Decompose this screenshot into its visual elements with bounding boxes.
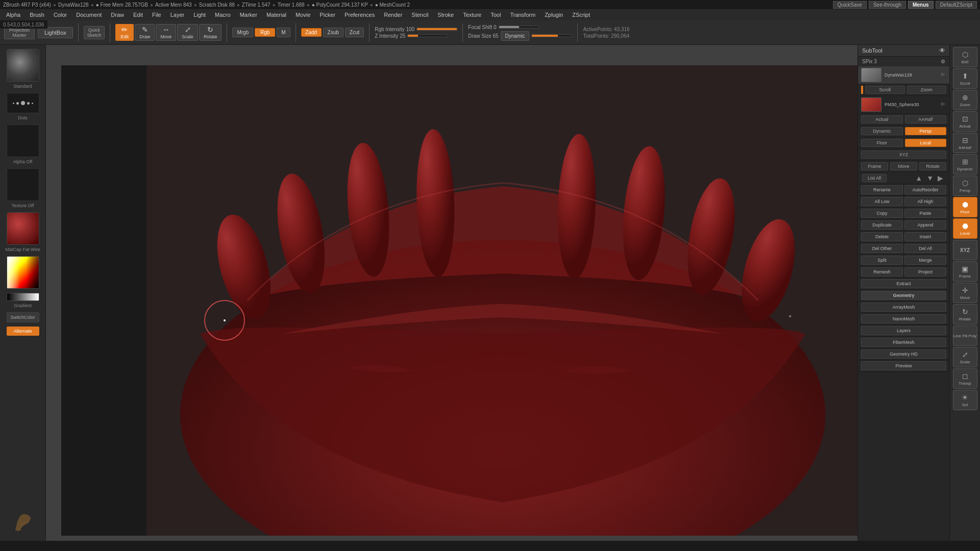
material-preview[interactable] bbox=[7, 212, 39, 245]
zoom-ctrl[interactable]: Zoom bbox=[907, 86, 947, 94]
subtool-eye-icon[interactable]: 👁 bbox=[939, 47, 945, 54]
rotate-view-btn[interactable]: ↻ Rotate bbox=[953, 304, 977, 324]
layers-btn[interactable]: Layers bbox=[861, 326, 946, 335]
scale-btn[interactable]: ⤢ Scale bbox=[177, 24, 198, 41]
alternate-btn[interactable]: Alternate bbox=[7, 327, 39, 336]
insert-btn[interactable]: Insert bbox=[904, 232, 946, 241]
menu-zplugin[interactable]: Zplugin bbox=[541, 11, 567, 19]
see-through[interactable]: See-through bbox=[869, 1, 906, 9]
all-high-btn[interactable]: All High bbox=[904, 197, 946, 206]
project-btn[interactable]: Project bbox=[904, 267, 946, 277]
menu-brush[interactable]: Brush bbox=[26, 11, 48, 19]
del-all-btn[interactable]: Del All bbox=[904, 244, 946, 253]
floor-btn[interactable]: ⬢ Floor bbox=[953, 197, 977, 217]
menu-macro[interactable]: Macro bbox=[211, 11, 235, 19]
quick-save[interactable]: QuickSave bbox=[833, 1, 867, 9]
floor-ctrl[interactable]: Floor bbox=[861, 139, 903, 147]
persp-ctrl[interactable]: Persp bbox=[905, 127, 947, 135]
menu-stencil[interactable]: Stencil bbox=[407, 11, 432, 19]
menu-picker[interactable]: Picker bbox=[315, 11, 339, 19]
menu-zscript[interactable]: ZScript bbox=[568, 11, 594, 19]
merge-btn[interactable]: Merge bbox=[904, 256, 946, 265]
edit-btn[interactable]: ✏ Edit bbox=[115, 24, 134, 41]
auto-reorder-btn[interactable]: AutoReorder bbox=[904, 185, 946, 194]
menu-render[interactable]: Render bbox=[380, 11, 406, 19]
menu-document[interactable]: Document bbox=[72, 11, 106, 19]
menu-file[interactable]: File bbox=[148, 11, 165, 19]
zcut-btn[interactable]: Zcut bbox=[345, 28, 364, 37]
scale-view-btn[interactable]: ⤢ Scale bbox=[953, 347, 977, 367]
rename-btn[interactable]: Rename bbox=[861, 185, 903, 194]
move-btn[interactable]: ↔ Move bbox=[156, 24, 176, 41]
menu-alpha[interactable]: Alpha bbox=[2, 11, 24, 19]
spix-controls[interactable]: ⚙ bbox=[941, 59, 945, 64]
frame-btn[interactable]: ▣ Frame bbox=[953, 261, 977, 282]
mrgb-btn[interactable]: Mrgb bbox=[232, 28, 253, 37]
persp-btn[interactable]: ⬡ Persp bbox=[953, 176, 977, 196]
pm30-eye[interactable]: 👁 bbox=[940, 102, 946, 108]
z-intensity-slider[interactable] bbox=[407, 34, 448, 37]
actual-btn[interactable]: ⊡ Actual bbox=[953, 111, 977, 132]
alpha-preview[interactable] bbox=[7, 124, 39, 157]
local-ctrl[interactable]: Local bbox=[905, 139, 947, 147]
rgb-intensity-slider[interactable] bbox=[416, 28, 457, 31]
texture-preview[interactable] bbox=[7, 168, 39, 201]
canvas-area[interactable] bbox=[46, 45, 949, 541]
geometry-btn[interactable]: Geometry bbox=[861, 291, 946, 300]
menu-marker[interactable]: Marker bbox=[236, 11, 261, 19]
xyz-btn[interactable]: XYZ bbox=[953, 240, 977, 260]
menu-texture[interactable]: Texture bbox=[459, 11, 485, 19]
rgb-value[interactable]: Rgb bbox=[255, 28, 275, 37]
gradient-bar[interactable] bbox=[7, 293, 39, 301]
copy-btn[interactable]: Copy bbox=[861, 209, 903, 218]
linefill-btn[interactable]: Line Fill Poly bbox=[953, 325, 977, 346]
xyz-ctrl[interactable]: XYZ bbox=[861, 151, 946, 159]
paste-btn[interactable]: Paste bbox=[904, 209, 946, 218]
right-arrow-btn[interactable]: ▶ bbox=[936, 174, 945, 182]
menu-movie[interactable]: Movie bbox=[291, 11, 314, 19]
menu-stroke[interactable]: Stroke bbox=[433, 11, 458, 19]
quick-sketch-btn[interactable]: Quick Sketch bbox=[84, 26, 105, 39]
delete-btn[interactable]: Delete bbox=[861, 232, 903, 241]
canvas-content[interactable] bbox=[61, 65, 944, 536]
list-all-btn[interactable]: List All bbox=[862, 174, 887, 182]
subtool-item-dynawax[interactable]: DynaWax128 👁 bbox=[858, 66, 949, 84]
local-btn[interactable]: ⬣ Local bbox=[953, 218, 977, 239]
transp-btn[interactable]: ◻ Transp bbox=[953, 368, 977, 389]
menus-btn[interactable]: Menus bbox=[908, 1, 934, 9]
sol-btn[interactable]: ☀ Sol bbox=[953, 390, 977, 410]
rotate-btn[interactable]: ↻ Rotate bbox=[199, 24, 222, 41]
menu-color[interactable]: Color bbox=[50, 11, 71, 19]
nanomesh-btn[interactable]: NanoMesh bbox=[861, 314, 946, 323]
actual-ctrl[interactable]: Actual bbox=[861, 115, 903, 123]
subtool-item-pm30[interactable]: PM30_Sphere30 👁 bbox=[858, 96, 949, 114]
m-btn[interactable]: M bbox=[277, 28, 290, 37]
fibermesh-btn[interactable]: FiberMesh bbox=[861, 338, 946, 347]
menu-draw[interactable]: Draw bbox=[107, 11, 128, 19]
aahalf-ctrl[interactable]: AAHalf bbox=[905, 115, 947, 123]
menu-tool[interactable]: Tool bbox=[486, 11, 505, 19]
move-ctrl[interactable]: Move bbox=[890, 162, 917, 170]
menu-layer[interactable]: Layer bbox=[166, 11, 189, 19]
down-arrow-btn[interactable]: ▼ bbox=[924, 174, 936, 182]
switch-color-btn[interactable]: SwitchColor bbox=[7, 312, 39, 322]
frame-ctrl[interactable]: Frame bbox=[861, 162, 888, 170]
menu-preferences[interactable]: Preferences bbox=[340, 11, 379, 19]
dynamic-btn[interactable]: Dynamic bbox=[501, 31, 530, 41]
up-arrow-btn[interactable]: ▲ bbox=[913, 174, 924, 182]
extract-btn[interactable]: Extract bbox=[861, 279, 946, 288]
dots-preview[interactable] bbox=[7, 93, 39, 113]
menu-edit[interactable]: Edit bbox=[129, 11, 147, 19]
zoom-btn[interactable]: ⊕ Zoom bbox=[953, 90, 977, 110]
rotate-ctrl[interactable]: Rotate bbox=[919, 162, 946, 170]
duplicate-btn[interactable]: Duplicate bbox=[861, 220, 903, 230]
menu-material[interactable]: Material bbox=[262, 11, 290, 19]
zadd-value[interactable]: Zadd bbox=[301, 28, 322, 37]
del-other-btn[interactable]: Del Other bbox=[861, 244, 903, 253]
aahalf-btn[interactable]: ⊟ AAHalf bbox=[953, 133, 977, 153]
dynamic-ctrl[interactable]: Dynamic bbox=[861, 127, 903, 135]
brill-btn[interactable]: ⬡ Brill bbox=[953, 47, 977, 67]
menu-transform[interactable]: Transform bbox=[506, 11, 540, 19]
move-view-btn[interactable]: ✛ Move bbox=[953, 283, 977, 303]
all-low-btn[interactable]: All Low bbox=[861, 197, 903, 206]
